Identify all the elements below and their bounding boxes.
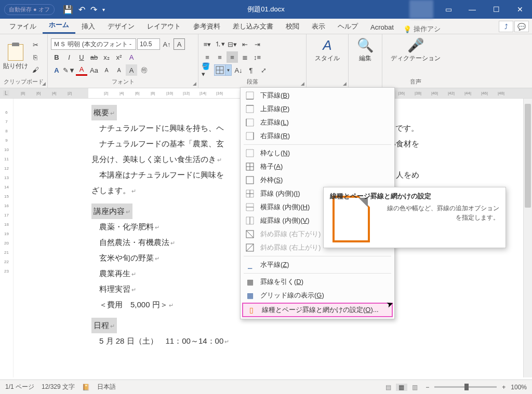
menu-view-gridlines[interactable]: ▦グリッド線の表示(G) (241, 289, 394, 302)
align-left-icon[interactable]: ≡ (202, 51, 213, 63)
copy-icon[interactable]: ⎘ (30, 51, 41, 63)
styles-launcher-icon[interactable]: ◢ (343, 81, 347, 86)
character-border-icon[interactable]: A (174, 38, 185, 50)
qat-customize-icon[interactable]: ▾ (102, 7, 105, 12)
tab-help[interactable]: ヘルプ (331, 19, 364, 34)
zoom-slider[interactable] (434, 386, 497, 388)
minimize-button[interactable]: — (460, 0, 484, 19)
bullets-icon[interactable]: ≡▾ (202, 38, 213, 50)
tab-home[interactable]: ホーム (43, 17, 75, 34)
autosave-toggle[interactable]: 自動保存 ● オフ (4, 4, 55, 15)
font-color-icon[interactable]: A (76, 64, 87, 76)
change-case-icon[interactable]: Aa (88, 64, 100, 76)
superscript-button[interactable]: x² (113, 51, 125, 63)
tab-file[interactable]: ファイル (3, 19, 43, 34)
menu-outside-borders[interactable]: 外枠(S) (241, 173, 394, 187)
tab-review[interactable]: 校閲 (280, 19, 305, 34)
bold-button[interactable]: B (51, 51, 62, 63)
zoom-in-icon[interactable]: + (502, 384, 506, 391)
menu-no-border[interactable]: 枠なし(N) (241, 146, 394, 160)
save-icon[interactable]: 💾 (63, 5, 73, 15)
heading-schedule: 日程 (91, 318, 117, 333)
format-painter-icon[interactable]: 🖌 (30, 64, 41, 75)
dictate-button[interactable]: 🎤 ディクテーション (385, 36, 446, 63)
tab-mailings[interactable]: 差し込み文書 (227, 19, 280, 34)
borders-split-button[interactable]: ▼ (214, 64, 232, 76)
editing-button[interactable]: 🔍 編集 (352, 36, 379, 63)
no-border-icon (245, 148, 255, 158)
text-fill-icon[interactable]: A (51, 64, 62, 76)
paste-button[interactable]: 貼り付け (3, 44, 28, 71)
maximize-button[interactable]: ☐ (484, 0, 508, 19)
menu-horizontal-line[interactable]: ⎯水平線(Z) (241, 258, 394, 271)
ribbon-options-icon[interactable]: ▭ (436, 0, 460, 19)
menu-top-border[interactable]: 上罫線(P) (241, 102, 394, 116)
strike-button[interactable]: ab (88, 51, 100, 63)
highlight-icon[interactable]: ✎▼ (63, 64, 75, 76)
tell-me[interactable]: 💡操作アシ (403, 24, 441, 34)
snap-icon[interactable]: ⤢ (258, 64, 269, 76)
tab-references[interactable]: 参考資料 (187, 19, 227, 34)
styles-button[interactable]: A スタイル (310, 36, 345, 63)
undo-icon[interactable]: ↶ (78, 5, 85, 15)
font-size-combo[interactable]: 10.5 (137, 38, 160, 50)
status-word-count[interactable]: 12/329 文字 (42, 383, 75, 391)
close-button[interactable]: ✕ (508, 0, 532, 19)
italic-button[interactable]: I (63, 51, 75, 63)
menu-all-borders[interactable]: 格子(A) (241, 160, 394, 173)
scrollbar-thumb[interactable] (525, 104, 531, 208)
align-center-icon[interactable]: ≡ (214, 51, 225, 63)
print-layout-icon[interactable]: ▦ (396, 384, 407, 391)
clipboard-launcher-icon[interactable]: ◢ (42, 81, 46, 86)
cut-icon[interactable]: ✂ (30, 39, 41, 50)
phonetic-icon[interactable]: A (113, 64, 125, 76)
read-mode-icon[interactable]: ▤ (383, 384, 394, 391)
grow-font-icon[interactable]: A↑ (161, 38, 172, 50)
zoom-thumb[interactable] (464, 384, 469, 390)
tab-view[interactable]: 表示 (305, 19, 331, 34)
web-layout-icon[interactable]: ▥ (409, 384, 420, 391)
enclose-icon[interactable]: ㊕ (138, 64, 150, 76)
menu-left-border[interactable]: 左罫線(L) (241, 116, 394, 129)
share-button[interactable]: ⤴ (499, 21, 513, 32)
tab-design[interactable]: デザイン (101, 19, 141, 34)
status-language[interactable]: 日本語 (97, 383, 116, 391)
font-launcher-icon[interactable]: ◢ (193, 81, 196, 86)
redo-icon[interactable]: ↷ (90, 5, 97, 15)
paragraph-launcher-icon[interactable]: ◢ (301, 81, 304, 86)
show-marks-icon[interactable]: ¶ (245, 64, 257, 76)
menu-bottom-border[interactable]: 下罫線(B) (241, 89, 394, 102)
borders-dropdown-arrow[interactable]: ▼ (225, 65, 231, 75)
page-border-icon: ▯ (246, 305, 257, 315)
group-label-font: フォント (51, 78, 195, 87)
sort-icon[interactable]: A↓ (233, 64, 244, 76)
char-shading-icon[interactable]: A (126, 64, 137, 76)
menu-right-border[interactable]: 右罫線(R) (241, 129, 394, 143)
menu-draw-border[interactable]: ▦罫線を引く(D) (241, 275, 394, 289)
shading-icon[interactable]: 🪣▾ (202, 64, 213, 76)
text-effects-icon[interactable]: A (126, 51, 137, 63)
numbering-icon[interactable]: ⒈▾ (214, 38, 225, 50)
subscript-button[interactable]: x₂ (101, 51, 112, 63)
underline-button[interactable]: U (76, 51, 87, 63)
menu-borders-shading-settings[interactable]: ▯線種とページ罫線と網かけの設定(O)... (242, 303, 393, 317)
zoom-level[interactable]: 100% (511, 384, 527, 391)
tab-layout[interactable]: レイアウト (141, 19, 187, 34)
align-distribute-icon[interactable]: ≣ (239, 51, 250, 63)
align-justify-icon[interactable]: ≡ (227, 51, 238, 63)
line-spacing-icon[interactable]: ↕≡ (251, 51, 263, 63)
comments-button[interactable]: 💬 (514, 21, 529, 32)
status-page[interactable]: 1/1 ページ (5, 383, 34, 391)
tab-insert[interactable]: 挿入 (75, 19, 101, 34)
scrollbar-vertical[interactable] (523, 99, 532, 377)
font-name-combo[interactable]: ＭＳ 明朝 (本文のフォント - (51, 38, 136, 50)
spellcheck-icon[interactable]: 📔 (82, 384, 90, 391)
ruler-vertical[interactable]: 67891011121314151617181920212223 (0, 99, 14, 377)
decrease-indent-icon[interactable]: ⇤ (239, 38, 250, 50)
increase-indent-icon[interactable]: ⇥ (251, 38, 263, 50)
zoom-out-icon[interactable]: − (425, 384, 429, 391)
tab-acrobat[interactable]: Acrobat (364, 20, 400, 34)
shrink-font-icon[interactable]: A (101, 64, 112, 76)
multilevel-icon[interactable]: ⊟▾ (227, 38, 238, 50)
tab-selector[interactable]: L (3, 90, 9, 96)
